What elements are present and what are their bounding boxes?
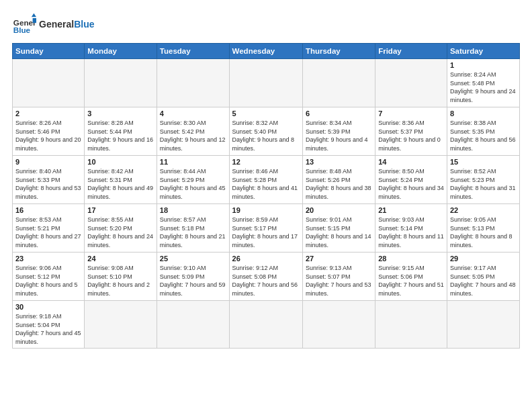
- calendar-cell: 15Sunrise: 8:52 AM Sunset: 5:23 PM Dayli…: [447, 156, 519, 204]
- weekday-header-friday: Friday: [375, 44, 447, 59]
- day-info: Sunrise: 8:55 AM Sunset: 5:20 PM Dayligh…: [87, 216, 154, 249]
- calendar-cell: 27Sunrise: 9:13 AM Sunset: 5:07 PM Dayli…: [302, 253, 375, 301]
- calendar-week-row: 16Sunrise: 8:53 AM Sunset: 5:21 PM Dayli…: [13, 204, 520, 253]
- day-number: 3: [87, 109, 154, 118]
- calendar-cell: 3Sunrise: 8:28 AM Sunset: 5:44 PM Daylig…: [85, 107, 157, 156]
- day-info: Sunrise: 8:26 AM Sunset: 5:46 PM Dayligh…: [15, 119, 81, 152]
- day-info: Sunrise: 8:40 AM Sunset: 5:33 PM Dayligh…: [15, 167, 81, 201]
- day-info: Sunrise: 9:06 AM Sunset: 5:12 PM Dayligh…: [15, 264, 81, 298]
- day-info: Sunrise: 8:48 AM Sunset: 5:26 PM Dayligh…: [306, 167, 372, 201]
- calendar-cell: [375, 301, 447, 349]
- calendar-cell: [85, 59, 157, 107]
- day-info: Sunrise: 8:42 AM Sunset: 5:31 PM Dayligh…: [87, 167, 154, 201]
- calendar-cell: 14Sunrise: 8:50 AM Sunset: 5:24 PM Dayli…: [375, 156, 447, 204]
- calendar-cell: [157, 59, 229, 107]
- calendar-cell: 16Sunrise: 8:53 AM Sunset: 5:21 PM Dayli…: [13, 204, 85, 253]
- day-number: 22: [450, 206, 517, 214]
- day-info: Sunrise: 9:15 AM Sunset: 5:06 PM Dayligh…: [378, 264, 444, 298]
- calendar-week-row: 30Sunrise: 9:18 AM Sunset: 5:04 PM Dayli…: [13, 301, 520, 349]
- day-number: 6: [306, 109, 372, 118]
- calendar-cell: 18Sunrise: 8:57 AM Sunset: 5:18 PM Dayli…: [157, 204, 229, 253]
- day-info: Sunrise: 9:05 AM Sunset: 5:13 PM Dayligh…: [450, 216, 517, 249]
- calendar-cell: 5Sunrise: 8:32 AM Sunset: 5:40 PM Daylig…: [229, 107, 302, 156]
- svg-text:Blue: Blue: [13, 26, 31, 34]
- weekday-header-row: SundayMondayTuesdayWednesdayThursdayFrid…: [13, 44, 520, 59]
- day-number: 20: [306, 206, 372, 214]
- calendar-cell: 29Sunrise: 9:17 AM Sunset: 5:05 PM Dayli…: [447, 253, 519, 301]
- weekday-header-sunday: Sunday: [13, 44, 85, 59]
- calendar-cell: 20Sunrise: 9:01 AM Sunset: 5:15 PM Dayli…: [302, 204, 375, 253]
- calendar-cell: 30Sunrise: 9:18 AM Sunset: 5:04 PM Dayli…: [13, 301, 85, 349]
- day-number: 23: [15, 255, 81, 263]
- calendar-cell: 13Sunrise: 8:48 AM Sunset: 5:26 PM Dayli…: [302, 156, 375, 204]
- calendar-cell: 9Sunrise: 8:40 AM Sunset: 5:33 PM Daylig…: [13, 156, 85, 204]
- weekday-header-monday: Monday: [85, 44, 157, 59]
- calendar-cell: [302, 301, 375, 349]
- day-number: 16: [15, 206, 81, 214]
- calendar-cell: 12Sunrise: 8:46 AM Sunset: 5:28 PM Dayli…: [229, 156, 302, 204]
- day-number: 11: [160, 158, 226, 166]
- day-info: Sunrise: 8:53 AM Sunset: 5:21 PM Dayligh…: [15, 216, 81, 249]
- day-number: 8: [450, 109, 517, 118]
- calendar-cell: 7Sunrise: 8:36 AM Sunset: 5:37 PM Daylig…: [375, 107, 447, 156]
- calendar-cell: [447, 301, 519, 349]
- calendar-cell: [375, 59, 447, 107]
- day-info: Sunrise: 8:38 AM Sunset: 5:35 PM Dayligh…: [450, 119, 517, 152]
- calendar-cell: [229, 301, 302, 349]
- calendar-cell: 8Sunrise: 8:38 AM Sunset: 5:35 PM Daylig…: [447, 107, 519, 156]
- day-info: Sunrise: 8:59 AM Sunset: 5:17 PM Dayligh…: [232, 216, 300, 249]
- weekday-header-wednesday: Wednesday: [229, 44, 302, 59]
- day-number: 13: [306, 158, 372, 166]
- calendar-cell: 4Sunrise: 8:30 AM Sunset: 5:42 PM Daylig…: [157, 107, 229, 156]
- day-info: Sunrise: 9:18 AM Sunset: 5:04 PM Dayligh…: [15, 312, 81, 346]
- day-number: 17: [87, 206, 154, 214]
- day-number: 7: [378, 109, 444, 118]
- day-info: Sunrise: 8:36 AM Sunset: 5:37 PM Dayligh…: [378, 119, 444, 152]
- day-number: 2: [15, 109, 81, 118]
- day-info: Sunrise: 8:24 AM Sunset: 5:48 PM Dayligh…: [450, 71, 517, 104]
- calendar-cell: 25Sunrise: 9:10 AM Sunset: 5:09 PM Dayli…: [157, 253, 229, 301]
- calendar-cell: 10Sunrise: 8:42 AM Sunset: 5:31 PM Dayli…: [85, 156, 157, 204]
- day-number: 25: [160, 255, 226, 263]
- weekday-header-thursday: Thursday: [302, 44, 375, 59]
- logo-icon: General Blue: [12, 12, 36, 36]
- calendar-cell: 26Sunrise: 9:12 AM Sunset: 5:08 PM Dayli…: [229, 253, 302, 301]
- calendar-week-row: 1Sunrise: 8:24 AM Sunset: 5:48 PM Daylig…: [13, 59, 520, 107]
- calendar-cell: [157, 301, 229, 349]
- calendar-week-row: 9Sunrise: 8:40 AM Sunset: 5:33 PM Daylig…: [13, 156, 520, 204]
- day-number: 15: [450, 158, 517, 166]
- weekday-header-tuesday: Tuesday: [157, 44, 229, 59]
- day-info: Sunrise: 8:52 AM Sunset: 5:23 PM Dayligh…: [450, 167, 517, 201]
- calendar-week-row: 2Sunrise: 8:26 AM Sunset: 5:46 PM Daylig…: [13, 107, 520, 156]
- calendar-cell: 21Sunrise: 9:03 AM Sunset: 5:14 PM Dayli…: [375, 204, 447, 253]
- day-info: Sunrise: 8:46 AM Sunset: 5:28 PM Dayligh…: [232, 167, 300, 201]
- calendar-week-row: 23Sunrise: 9:06 AM Sunset: 5:12 PM Dayli…: [13, 253, 520, 301]
- day-info: Sunrise: 8:32 AM Sunset: 5:40 PM Dayligh…: [232, 119, 300, 152]
- day-number: 21: [378, 206, 444, 214]
- day-info: Sunrise: 8:28 AM Sunset: 5:44 PM Dayligh…: [87, 119, 154, 152]
- calendar-cell: 2Sunrise: 8:26 AM Sunset: 5:46 PM Daylig…: [13, 107, 85, 156]
- day-info: Sunrise: 9:10 AM Sunset: 5:09 PM Dayligh…: [160, 264, 226, 298]
- day-number: 24: [87, 255, 154, 263]
- calendar-cell: 6Sunrise: 8:34 AM Sunset: 5:39 PM Daylig…: [302, 107, 375, 156]
- day-info: Sunrise: 9:03 AM Sunset: 5:14 PM Dayligh…: [378, 216, 444, 249]
- day-number: 28: [378, 255, 444, 263]
- calendar-cell: 17Sunrise: 8:55 AM Sunset: 5:20 PM Dayli…: [85, 204, 157, 253]
- calendar-cell: 22Sunrise: 9:05 AM Sunset: 5:13 PM Dayli…: [447, 204, 519, 253]
- day-number: 4: [160, 109, 226, 118]
- day-info: Sunrise: 8:30 AM Sunset: 5:42 PM Dayligh…: [160, 119, 226, 152]
- calendar-cell: 19Sunrise: 8:59 AM Sunset: 5:17 PM Dayli…: [229, 204, 302, 253]
- calendar-cell: [85, 301, 157, 349]
- logo: General Blue GeneralBlue: [12, 12, 94, 36]
- day-info: Sunrise: 8:34 AM Sunset: 5:39 PM Dayligh…: [306, 119, 372, 152]
- day-info: Sunrise: 9:08 AM Sunset: 5:10 PM Dayligh…: [87, 264, 154, 298]
- day-number: 14: [378, 158, 444, 166]
- svg-marker-2: [32, 13, 36, 17]
- day-number: 29: [450, 255, 517, 263]
- calendar-table: SundayMondayTuesdayWednesdayThursdayFrid…: [12, 43, 520, 349]
- calendar-cell: [229, 59, 302, 107]
- calendar-cell: [302, 59, 375, 107]
- day-info: Sunrise: 9:01 AM Sunset: 5:15 PM Dayligh…: [306, 216, 372, 249]
- day-info: Sunrise: 9:12 AM Sunset: 5:08 PM Dayligh…: [232, 264, 300, 298]
- svg-marker-3: [33, 18, 36, 23]
